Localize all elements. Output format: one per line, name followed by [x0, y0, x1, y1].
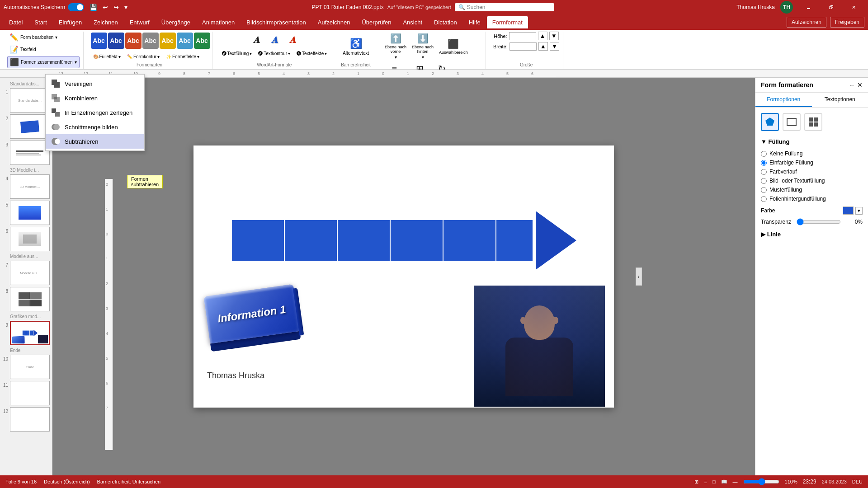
- style-btn-2[interactable]: Abc: [108, 33, 124, 49]
- slide-thumb-3[interactable]: 3: [2, 141, 50, 165]
- style-btn-7[interactable]: Abc: [194, 33, 210, 49]
- slide-thumb-10[interactable]: 10 Ende: [2, 355, 50, 379]
- user-avatar[interactable]: TH: [780, 1, 793, 14]
- outline-view-icon[interactable]: ≡: [704, 479, 707, 484]
- fulleffekt-btn[interactable]: 🎨 Fülleffekt ▾: [91, 53, 123, 61]
- radio-keine-input[interactable]: [761, 151, 767, 157]
- undo-btn[interactable]: ↩: [101, 3, 110, 12]
- slide-preview-7[interactable]: Modelle aus...: [10, 261, 50, 285]
- collapse-handle[interactable]: ›: [636, 267, 642, 286]
- tab-entwurf[interactable]: Entwurf: [124, 16, 155, 28]
- textkontur-btn[interactable]: 🅐 Textkontour ▾: [256, 50, 292, 57]
- style-btn-5[interactable]: Abc: [160, 33, 176, 49]
- style-btn-6[interactable]: Abc: [177, 33, 193, 49]
- tab-dictation[interactable]: Dictation: [429, 16, 462, 28]
- quickaccess-more-btn[interactable]: ▾: [123, 3, 129, 12]
- slide-thumb-7[interactable]: 7 Modelle aus...: [2, 261, 50, 285]
- radio-keine-fullung[interactable]: Keine Füllung: [761, 150, 863, 157]
- slide-thumb-6[interactable]: 6: [2, 227, 50, 251]
- farbe-swatch[interactable]: [843, 206, 854, 215]
- tab-zeichnen[interactable]: Zeichnen: [88, 16, 123, 28]
- wordart-btn-1[interactable]: 𝐀: [248, 32, 264, 48]
- slide-thumb-11[interactable]: 11: [2, 381, 50, 405]
- record-btn[interactable]: Aufzeichnen: [787, 17, 826, 28]
- tab-hilfe[interactable]: Hilfe: [463, 16, 486, 28]
- save-btn[interactable]: 💾: [88, 3, 99, 12]
- reading-view-icon[interactable]: 📖: [721, 479, 727, 485]
- tab-einfugen[interactable]: Einfügen: [53, 16, 87, 28]
- slide-view-icon[interactable]: □: [712, 479, 716, 484]
- texteffekte-btn[interactable]: 🅐 Texteffekte ▾: [294, 50, 329, 57]
- shape-icon-rect[interactable]: [783, 113, 801, 131]
- slide-preview-6[interactable]: [10, 227, 50, 251]
- radio-farbverlauf-input[interactable]: [761, 169, 767, 175]
- zoom-slider[interactable]: [743, 478, 779, 485]
- shape-icon-pentagon[interactable]: [761, 113, 779, 131]
- slide-preview-4[interactable]: 3D Modelle i...: [10, 174, 50, 199]
- textfeld-btn[interactable]: 📝 Textfeld: [7, 44, 80, 55]
- ebene-hinten-btn[interactable]: ⬇️ Ebene nachhinten ▾: [410, 32, 436, 61]
- accessibility-btn[interactable]: Barrierefreiheit: Untersuchen: [97, 479, 161, 484]
- tab-uberprufen[interactable]: Überprüfen: [356, 16, 396, 28]
- format-panel-back-btn[interactable]: ←: [849, 81, 855, 89]
- tab-formformat[interactable]: Formformat: [487, 16, 528, 28]
- slide-preview-11[interactable]: [10, 381, 50, 405]
- slide-preview-9[interactable]: [10, 321, 50, 345]
- width-down-btn[interactable]: ▼: [550, 42, 559, 51]
- restore-btn[interactable]: 🗗: [821, 0, 842, 14]
- arrow-shape[interactable]: [232, 211, 576, 270]
- slide-thumb-9[interactable]: 9: [2, 321, 50, 345]
- style-btn-4[interactable]: Abc: [142, 33, 159, 49]
- slide-thumb-4[interactable]: 4 3D Modelle i...: [2, 174, 50, 199]
- format-panel-close-btn[interactable]: ✕: [857, 81, 863, 89]
- format-tab-formoptionen[interactable]: Formoptionen: [755, 93, 812, 107]
- slide-preview-5[interactable]: [10, 201, 50, 225]
- textfullung-btn[interactable]: 🅐 Textfüllung ▾: [220, 50, 255, 57]
- tab-ansicht[interactable]: Ansicht: [397, 16, 428, 28]
- radio-farbverlauf[interactable]: Farbverlauf: [761, 169, 863, 175]
- merge-item-schnittmenge[interactable]: Schnittmenge bilden: [46, 120, 144, 134]
- radio-muster-input[interactable]: [761, 187, 767, 193]
- search-input[interactable]: [467, 4, 530, 10]
- normal-view-icon[interactable]: ⊞: [694, 479, 698, 485]
- merge-item-subtrahieren[interactable]: Subtrahieren: [46, 134, 144, 149]
- height-down-btn[interactable]: ▼: [549, 32, 559, 40]
- form-bearbeiten-btn[interactable]: ✏️ Form bearbeiten ▾: [7, 32, 80, 43]
- slide-preview-10[interactable]: Ende: [10, 355, 50, 379]
- tab-datei[interactable]: Datei: [4, 16, 28, 28]
- autosave-toggle[interactable]: [68, 3, 84, 11]
- tab-praesentation[interactable]: Bildschirmpräsentation: [241, 16, 311, 28]
- tab-ubergange[interactable]: Übergänge: [156, 16, 196, 28]
- width-input[interactable]: [509, 42, 537, 51]
- style-btn-1[interactable]: Abc: [91, 33, 107, 49]
- information-key[interactable]: Information 1: [207, 290, 297, 346]
- tab-start[interactable]: Start: [29, 16, 52, 28]
- redo-btn[interactable]: ↪: [112, 3, 121, 12]
- tab-aufzeichnen[interactable]: Aufzeichnen: [312, 16, 356, 28]
- merge-btn[interactable]: ⬛ Formen zusammenführen ▾: [7, 56, 80, 68]
- close-btn[interactable]: ✕: [844, 0, 864, 14]
- merge-item-vereinigen[interactable]: Vereinigen: [46, 76, 144, 91]
- style-btn-3[interactable]: Abc: [125, 33, 142, 49]
- auswahlbereich-btn[interactable]: ⬛ Auswahlbereich: [437, 37, 470, 56]
- radio-bild-textur[interactable]: Bild- oder Texturfüllung: [761, 178, 863, 184]
- slide-thumb-2[interactable]: 2: [2, 114, 50, 139]
- slide-preview-1[interactable]: Standardabs...: [10, 88, 50, 113]
- slide-thumb-12[interactable]: 12: [2, 407, 50, 432]
- radio-einfarbig[interactable]: Einfarbige Füllung: [761, 160, 863, 166]
- slide-preview-12[interactable]: [10, 407, 50, 432]
- linie-header[interactable]: ▶ Linie: [761, 231, 863, 238]
- slide-thumb-1[interactable]: 1 Standardabs...: [2, 88, 50, 113]
- radio-bild-input[interactable]: [761, 178, 767, 184]
- format-tab-textoptionen[interactable]: Textoptionen: [812, 93, 868, 107]
- formeffekte-btn[interactable]: ✨ Formeffekte ▾: [164, 53, 202, 61]
- width-up-btn[interactable]: ▲: [538, 42, 548, 51]
- ebene-vorne-btn[interactable]: ⬆️ Ebene nachvorne ▾: [382, 32, 409, 61]
- slide-thumb-8[interactable]: 8: [2, 287, 50, 311]
- height-up-btn[interactable]: ▲: [538, 32, 547, 40]
- alternativtext-btn[interactable]: ♿ Alternativtext: [340, 37, 371, 57]
- slide-preview-8[interactable]: [10, 287, 50, 311]
- wordart-btn-3[interactable]: 𝐀: [284, 32, 301, 48]
- radio-folie-input[interactable]: [761, 196, 767, 202]
- formkontur-btn[interactable]: ✏️ Formkontur ▾: [125, 53, 162, 61]
